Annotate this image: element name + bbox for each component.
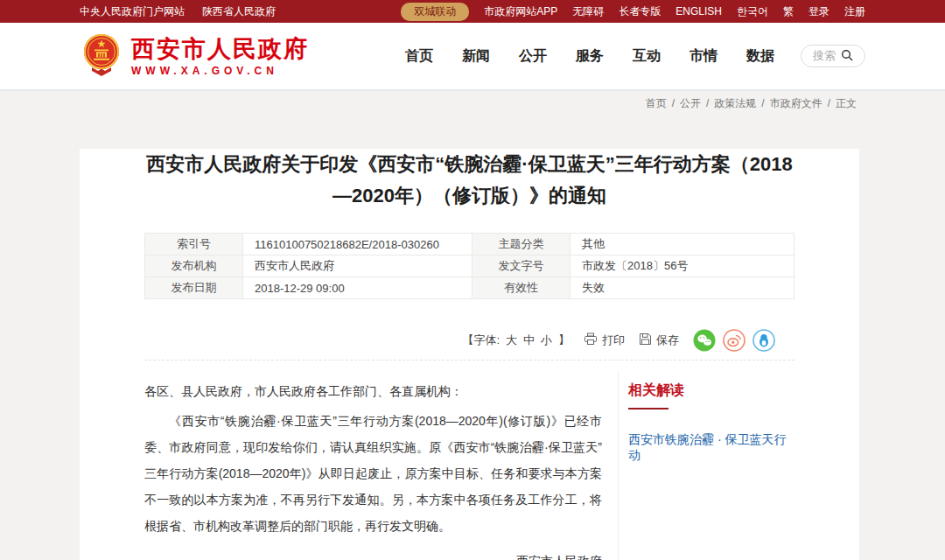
meta-value-issuer: 西安市人民政府 (243, 256, 472, 277)
related-reading-underline (628, 408, 668, 410)
body-paragraph: 《西安市“铁腕治霾·保卫蓝天”三年行动方案(2018—2020年)(修订版)》已… (144, 408, 602, 539)
related-reading-sidebar: 相关解读 西安市铁腕治霾 · 保卫蓝天行动 (619, 371, 794, 560)
print-label: 打印 (602, 332, 625, 348)
save-label: 保存 (656, 332, 679, 348)
breadcrumb-separator: / (706, 97, 709, 109)
meta-label-publish-date: 发布日期 (145, 277, 243, 299)
search-input[interactable]: 搜索 (801, 45, 865, 67)
search-placeholder: 搜索 (813, 48, 836, 64)
related-reading-title: 相关解读 (628, 382, 794, 400)
link-accessibility[interactable]: 无障碍 (572, 4, 604, 19)
link-traditional-chinese[interactable]: 繁 (783, 4, 794, 19)
breadcrumb-separator: / (828, 97, 830, 109)
table-row: 发布机构 西安市人民政府 发文字号 市政发〔2018〕56号 (145, 256, 794, 277)
meta-label-doc-number: 发文字号 (472, 256, 570, 277)
meta-label-validity: 有效性 (472, 277, 570, 299)
article-body-region: 各区、县人民政府，市人民政府各工作部门、各直属机构： 《西安市“铁腕治霾·保卫蓝… (144, 371, 794, 560)
toolbar-divider (144, 360, 794, 360)
font-size-large-button[interactable]: 大 (506, 332, 517, 348)
breadcrumb-current: 正文 (836, 96, 857, 111)
breadcrumb: 首页 / 公开 / 政策法规 / 市政府文件 / 正文 (0, 91, 945, 116)
main-nav: 首页 新闻 公开 服务 互动 市情 数据 (405, 47, 774, 66)
nav-disclosure[interactable]: 公开 (519, 47, 547, 66)
link-senior-version[interactable]: 长者专版 (619, 4, 661, 19)
site-name: 西安市人民政府 (131, 36, 309, 62)
nav-home[interactable]: 首页 (405, 47, 433, 66)
document-meta-table: 索引号 11610100750218682E/2018-030260 主题分类 … (144, 233, 794, 299)
meta-value-publish-date: 2018-12-29 09:00 (243, 277, 472, 299)
breadcrumb-city-documents[interactable]: 市政府文件 (770, 96, 822, 111)
nav-city-info[interactable]: 市情 (690, 47, 718, 66)
font-size-prefix: 【字体: (462, 332, 500, 348)
meta-label-index: 索引号 (145, 234, 243, 256)
site-header: 西安市人民政府 WWW.XA.GOV.CN 首页 新闻 公开 服务 互动 市情 … (0, 23, 945, 91)
breadcrumb-policies[interactable]: 政策法规 (714, 96, 756, 111)
meta-value-doc-number: 市政发〔2018〕56号 (570, 256, 794, 277)
salutation-line: 各区、县人民政府，市人民政府各工作部门、各直属机构： (144, 378, 602, 404)
link-central-gov[interactable]: 中央人民政府门户网站 (80, 4, 185, 19)
top-utility-bar: 中央人民政府门户网站 陕西省人民政府 双城联动 市政府网站APP 无障碍 长者专… (0, 0, 945, 23)
breadcrumb-separator: / (761, 97, 764, 109)
logo-text: 西安市人民政府 WWW.XA.GOV.CN (131, 36, 309, 77)
share-buttons (693, 329, 775, 352)
meta-value-topic: 其他 (570, 234, 794, 256)
signature-line: 西安市人民政府 (144, 548, 602, 560)
meta-label-topic: 主题分类 (472, 234, 570, 256)
national-emblem-icon (80, 32, 123, 80)
table-row: 发布日期 2018-12-29 09:00 有效性 失效 (145, 277, 794, 299)
print-icon (584, 332, 598, 348)
font-size-suffix: 】 (558, 332, 570, 348)
meta-value-index: 11610100750218682E/2018-030260 (243, 234, 472, 256)
meta-label-issuer: 发布机构 (145, 256, 243, 277)
link-register[interactable]: 注册 (844, 4, 865, 19)
save-button[interactable]: 保存 (639, 332, 679, 348)
meta-value-validity: 失效 (570, 277, 794, 299)
nav-news[interactable]: 新闻 (462, 47, 490, 66)
link-gov-app[interactable]: 市政府网站APP (484, 4, 557, 19)
search-icon[interactable] (841, 49, 853, 64)
nav-data[interactable]: 数据 (746, 47, 774, 66)
link-shaanxi-gov[interactable]: 陕西省人民政府 (202, 4, 276, 19)
dual-city-link-button[interactable]: 双城联动 (401, 3, 469, 21)
article-toolbar: 【字体: 大 中 小 】 打印 (144, 329, 794, 352)
article-text-column: 各区、县人民政府，市人民政府各工作部门、各直属机构： 《西安市“铁腕治霾·保卫蓝… (144, 371, 619, 560)
link-korean[interactable]: 한국어 (737, 4, 768, 19)
font-size-medium-button[interactable]: 中 (523, 332, 535, 348)
print-button[interactable]: 打印 (584, 332, 625, 348)
link-english[interactable]: ENGLISH (676, 5, 722, 18)
site-logo[interactable]: 西安市人民政府 WWW.XA.GOV.CN (80, 32, 309, 80)
table-row: 索引号 11610100750218682E/2018-030260 主题分类 … (145, 234, 794, 256)
topbar-utility-links: 双城联动 市政府网站APP 无障碍 长者专版 ENGLISH 한국어 繁 登录 … (401, 3, 865, 21)
site-url: WWW.XA.GOV.CN (131, 65, 309, 77)
related-reading-link[interactable]: 西安市铁腕治霾 · 保卫蓝天行动 (628, 432, 794, 464)
breadcrumb-home[interactable]: 首页 (646, 96, 667, 111)
breadcrumb-disclosure[interactable]: 公开 (680, 96, 701, 111)
nav-interaction[interactable]: 互动 (633, 47, 661, 66)
share-weibo-icon[interactable] (723, 329, 746, 352)
save-icon (639, 332, 652, 348)
topbar-gov-links: 中央人民政府门户网站 陕西省人民政府 (80, 4, 276, 19)
document-title: 西安市人民政府关于印发《西安市“铁腕治霾·保卫蓝天”三年行动方案（2018—20… (144, 149, 794, 212)
breadcrumb-separator: / (672, 97, 675, 109)
nav-services[interactable]: 服务 (576, 47, 604, 66)
link-login[interactable]: 登录 (808, 4, 830, 19)
font-size-small-button[interactable]: 小 (541, 332, 552, 348)
share-wechat-icon[interactable] (693, 329, 716, 352)
share-qq-icon[interactable] (752, 329, 775, 352)
document-card: 西安市人民政府关于印发《西安市“铁腕治霾·保卫蓝天”三年行动方案（2018—20… (80, 149, 859, 560)
font-size-widget: 【字体: 大 中 小 】 (462, 332, 570, 348)
